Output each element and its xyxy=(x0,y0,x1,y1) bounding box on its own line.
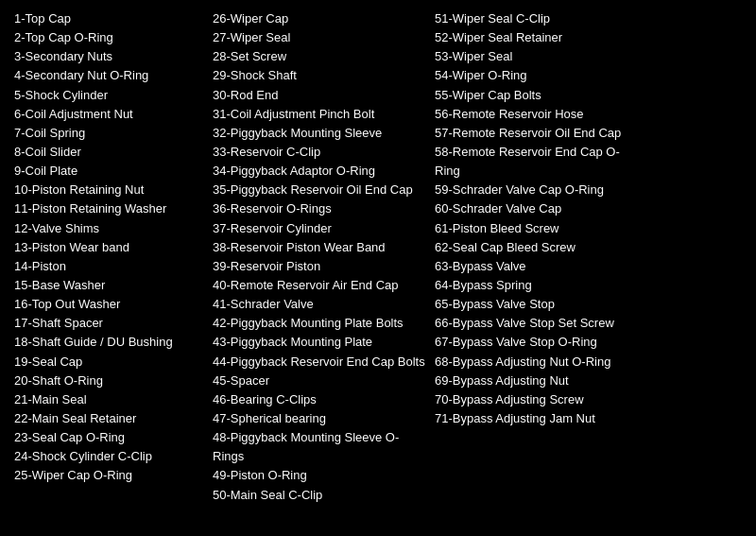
list-item: 44-Piggyback Reservoir End Cap Bolts xyxy=(213,353,425,372)
list-item: 2-Top Cap O-Ring xyxy=(14,28,203,47)
list-item: 70-Bypass Adjusting Screw xyxy=(435,390,643,409)
column-2: 26-Wiper Cap27-Wiper Seal28-Set Screw29-… xyxy=(213,9,435,505)
list-item: 56-Remote Reservoir Hose xyxy=(435,105,643,124)
list-item: 45-Spacer xyxy=(213,372,425,390)
parts-list: 1-Top Cap2-Top Cap O-Ring3-Secondary Nut… xyxy=(14,9,742,505)
list-item: 27-Wiper Seal xyxy=(213,28,425,47)
list-item: 6-Coil Adjustment Nut xyxy=(14,105,203,124)
list-item: 8-Coil Slider xyxy=(14,143,203,162)
list-item: 5-Shock Cylinder xyxy=(14,86,203,105)
list-item: 65-Bypass Valve Stop xyxy=(435,295,643,314)
list-item: 54-Wiper O-Ring xyxy=(435,66,643,85)
list-item: 71-Bypass Adjusting Jam Nut xyxy=(435,409,643,428)
list-item: 53-Wiper Seal xyxy=(435,47,643,66)
list-item: 40-Remote Reservoir Air End Cap xyxy=(213,276,425,295)
list-item: 3-Secondary Nuts xyxy=(14,47,203,66)
list-item: 38-Reservoir Piston Wear Band xyxy=(213,238,425,257)
list-item: 31-Coil Adjustment Pinch Bolt xyxy=(213,105,425,124)
list-item: 22-Main Seal Retainer xyxy=(14,409,203,428)
list-item: 37-Reservoir Cylinder xyxy=(213,219,425,238)
list-item: 16-Top Out Washer xyxy=(14,295,203,314)
list-item: 64-Bypass Spring xyxy=(435,276,643,295)
list-item: 41-Schrader Valve xyxy=(213,295,425,314)
list-item: 36-Reservoir O-Rings xyxy=(213,199,425,218)
list-item: 7-Coil Spring xyxy=(14,124,203,143)
list-item: 67-Bypass Valve Stop O-Ring xyxy=(435,333,643,352)
list-item: 61-Piston Bleed Screw xyxy=(435,219,643,238)
list-item: 66-Bypass Valve Stop Set Screw xyxy=(435,314,643,333)
list-item: 58-Remote Reservoir End Cap O-Ring xyxy=(435,143,643,181)
list-item: 24-Shock Cylinder C-Clip xyxy=(14,447,203,466)
list-item: 52-Wiper Seal Retainer xyxy=(435,28,643,47)
list-item: 43-Piggyback Mounting Plate xyxy=(213,333,425,352)
list-item: 28-Set Screw xyxy=(213,47,425,66)
list-item: 57-Remote Reservoir Oil End Cap xyxy=(435,124,643,143)
list-item: 15-Base Washer xyxy=(14,276,203,295)
list-item: 20-Shaft O-Ring xyxy=(14,372,203,390)
list-item: 62-Seal Cap Bleed Screw xyxy=(435,238,643,257)
list-item: 51-Wiper Seal C-Clip xyxy=(435,9,643,28)
list-item: 59-Schrader Valve Cap O-Ring xyxy=(435,181,643,199)
list-item: 33-Reservoir C-Clip xyxy=(213,143,425,162)
list-item: 19-Seal Cap xyxy=(14,353,203,372)
list-item: 49-Piston O-Ring xyxy=(213,466,425,485)
list-item: 25-Wiper Cap O-Ring xyxy=(14,466,203,485)
list-item: 29-Shock Shaft xyxy=(213,66,425,85)
list-item: 55-Wiper Cap Bolts xyxy=(435,86,643,105)
list-item: 30-Rod End xyxy=(213,86,425,105)
column-3: 51-Wiper Seal C-Clip52-Wiper Seal Retain… xyxy=(435,9,652,428)
list-item: 68-Bypass Adjusting Nut O-Ring xyxy=(435,353,643,372)
list-item: 63-Bypass Valve xyxy=(435,257,643,276)
list-item: 32-Piggyback Mounting Sleeve xyxy=(213,124,425,143)
list-item: 48-Piggyback Mounting Sleeve O-Rings xyxy=(213,428,425,466)
list-item: 42-Piggyback Mounting Plate Bolts xyxy=(213,314,425,333)
list-item: 60-Schrader Valve Cap xyxy=(435,199,643,218)
list-item: 10-Piston Retaining Nut xyxy=(14,181,203,199)
list-item: 1-Top Cap xyxy=(14,9,203,28)
list-item: 4-Secondary Nut O-Ring xyxy=(14,66,203,85)
list-item: 17-Shaft Spacer xyxy=(14,314,203,333)
list-item: 9-Coil Plate xyxy=(14,162,203,181)
list-item: 46-Bearing C-Clips xyxy=(213,390,425,409)
list-item: 39-Reservoir Piston xyxy=(213,257,425,276)
list-item: 12-Valve Shims xyxy=(14,219,203,238)
list-item: 11-Piston Retaining Washer xyxy=(14,199,203,218)
list-item: 50-Main Seal C-Clip xyxy=(213,486,425,505)
list-item: 69-Bypass Adjusting Nut xyxy=(435,372,643,390)
list-item: 26-Wiper Cap xyxy=(213,9,425,28)
list-item: 14-Piston xyxy=(14,257,203,276)
list-item: 47-Spherical bearing xyxy=(213,409,425,428)
list-item: 21-Main Seal xyxy=(14,390,203,409)
list-item: 35-Piggyback Reservoir Oil End Cap xyxy=(213,181,425,199)
list-item: 13-Piston Wear band xyxy=(14,238,203,257)
column-1: 1-Top Cap2-Top Cap O-Ring3-Secondary Nut… xyxy=(14,9,213,486)
list-item: 34-Piggyback Adaptor O-Ring xyxy=(213,162,425,181)
list-item: 18-Shaft Guide / DU Bushing xyxy=(14,333,203,352)
list-item: 23-Seal Cap O-Ring xyxy=(14,428,203,447)
